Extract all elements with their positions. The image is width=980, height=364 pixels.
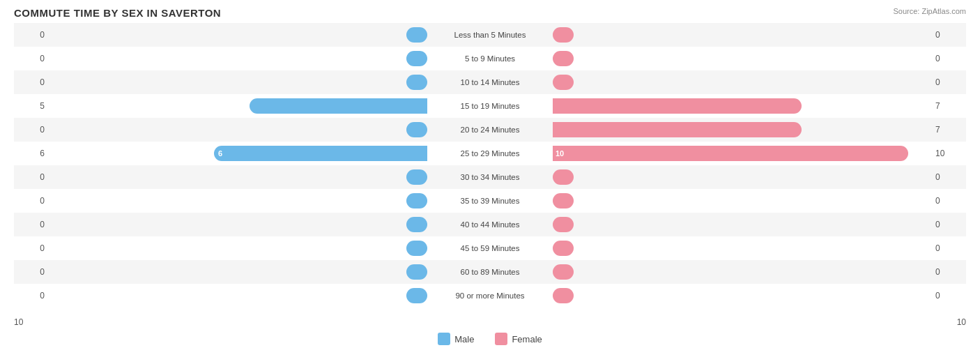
- table-row: 060 to 89 Minutes0: [14, 260, 966, 284]
- female-value: 0: [931, 291, 966, 301]
- male-bar-container: [49, 75, 427, 90]
- bars-section: 30 to 34 Minutes: [49, 165, 931, 189]
- male-label: Male: [454, 334, 474, 344]
- male-value: 5: [14, 101, 49, 111]
- female-value: 0: [931, 30, 966, 40]
- table-row: 030 to 34 Minutes0: [14, 165, 966, 189]
- female-bar: [553, 75, 574, 90]
- bars-section: 40 to 44 Minutes: [49, 213, 931, 236]
- male-bar: 6: [214, 146, 427, 161]
- table-row: 010 to 14 Minutes0: [14, 70, 966, 94]
- legend: Male Female: [14, 333, 966, 345]
- male-bar: [406, 122, 427, 137]
- male-bar: [406, 75, 427, 90]
- female-swatch: [495, 333, 507, 345]
- male-value: 0: [14, 267, 49, 277]
- female-bar-container: [553, 169, 931, 185]
- female-bar: [553, 51, 574, 66]
- female-value: 7: [931, 125, 966, 135]
- table-row: 05 to 9 Minutes0: [14, 47, 966, 70]
- male-value: 0: [14, 243, 49, 253]
- bars-section: 45 to 59 Minutes: [49, 236, 931, 260]
- table-row: 040 to 44 Minutes0: [14, 213, 966, 236]
- male-bar: [406, 169, 427, 185]
- male-value: 0: [14, 196, 49, 206]
- male-bar-container: [49, 217, 427, 232]
- legend-female: Female: [495, 333, 542, 345]
- female-bar-container: [553, 241, 931, 256]
- male-swatch: [438, 333, 450, 345]
- female-value: 7: [931, 101, 966, 111]
- male-value: 0: [14, 220, 49, 229]
- bars-section: 90 or more Minutes: [49, 284, 931, 308]
- female-bar: [553, 241, 574, 256]
- male-bar-container: 6: [49, 146, 427, 161]
- female-value: 0: [931, 243, 966, 253]
- male-bar: [406, 51, 427, 66]
- female-bar: [553, 98, 802, 114]
- row-label: 20 to 24 Minutes: [427, 126, 553, 134]
- x-axis-left: 10: [14, 317, 23, 327]
- bars-section: 15 to 19 Minutes: [49, 94, 931, 118]
- male-bar-container: [49, 241, 427, 256]
- male-bar-container: [49, 122, 427, 137]
- row-label: 10 to 14 Minutes: [427, 78, 553, 86]
- row-label: 15 to 19 Minutes: [427, 102, 553, 110]
- male-bar-container: [49, 288, 427, 303]
- table-row: 020 to 24 Minutes7: [14, 118, 966, 142]
- female-bar-container: [553, 51, 931, 66]
- row-label: Less than 5 Minutes: [427, 31, 553, 39]
- row-label: 30 to 34 Minutes: [427, 173, 553, 181]
- male-bar: [406, 217, 427, 232]
- male-value: 0: [14, 77, 49, 87]
- x-axis-right: 10: [957, 317, 966, 327]
- female-bar: [553, 122, 802, 137]
- x-axis: 10 10: [14, 317, 966, 328]
- bars-section: 35 to 39 Minutes: [49, 189, 931, 213]
- male-value: 0: [14, 54, 49, 63]
- female-bar: [553, 27, 574, 43]
- female-bar-container: [553, 217, 931, 232]
- chart-area: 0Less than 5 Minutes005 to 9 Minutes0010…: [14, 23, 966, 316]
- female-value: 0: [931, 54, 966, 63]
- table-row: 090 or more Minutes0: [14, 284, 966, 308]
- female-bar-container: [553, 122, 931, 137]
- bars-section: 10 to 14 Minutes: [49, 70, 931, 94]
- male-value: 0: [14, 172, 49, 182]
- female-bar-container: [553, 98, 931, 114]
- female-label: Female: [512, 334, 542, 344]
- male-value: 0: [14, 30, 49, 40]
- table-row: 035 to 39 Minutes0: [14, 189, 966, 213]
- male-bar-container: [49, 193, 427, 208]
- male-bar: [406, 193, 427, 208]
- female-value: 0: [931, 77, 966, 87]
- male-bar-container: [49, 98, 427, 114]
- male-bar: [406, 241, 427, 256]
- source-text: Source: ZipAtlas.com: [893, 7, 966, 15]
- table-row: 0Less than 5 Minutes0: [14, 23, 966, 47]
- female-bar-container: [553, 193, 931, 208]
- female-bar: [553, 264, 574, 280]
- male-bar-container: [49, 51, 427, 66]
- row-label: 40 to 44 Minutes: [427, 220, 553, 229]
- bars-section: 60 to 89 Minutes: [49, 260, 931, 284]
- female-bar-container: [553, 264, 931, 280]
- row-label: 35 to 39 Minutes: [427, 197, 553, 205]
- female-bar: [553, 193, 574, 208]
- row-label: 60 to 89 Minutes: [427, 268, 553, 276]
- chart-title: COMMUTE TIME BY SEX IN SAVERTON: [14, 7, 966, 19]
- female-bar-container: [553, 288, 931, 303]
- bars-section: 5 to 9 Minutes: [49, 47, 931, 70]
- male-bar: [406, 264, 427, 280]
- legend-male: Male: [438, 333, 474, 345]
- chart-container: COMMUTE TIME BY SEX IN SAVERTON Source: …: [0, 0, 980, 364]
- female-bar: [553, 169, 574, 185]
- table-row: 515 to 19 Minutes7: [14, 94, 966, 118]
- male-bar: [250, 98, 427, 114]
- female-bar: 10: [553, 146, 908, 161]
- row-label: 90 or more Minutes: [427, 291, 553, 300]
- female-bar: [553, 217, 574, 232]
- row-label: 5 to 9 Minutes: [427, 54, 553, 63]
- bars-section: 20 to 24 Minutes: [49, 118, 931, 142]
- row-label: 45 to 59 Minutes: [427, 244, 553, 252]
